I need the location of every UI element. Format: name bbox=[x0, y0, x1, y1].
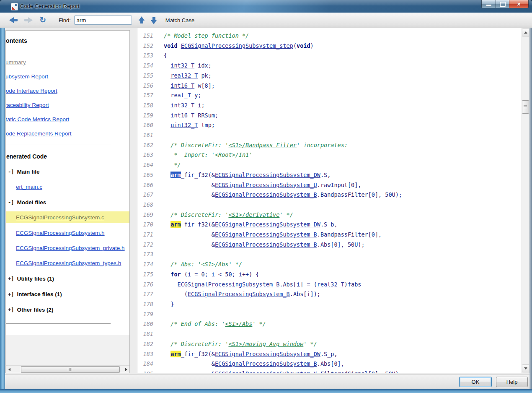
up-triangle-icon bbox=[524, 31, 527, 34]
ok-button[interactable]: OK bbox=[459, 377, 492, 387]
code-hyperlink[interactable]: ECGSignalProcessingSubsystem_B bbox=[215, 231, 317, 238]
line-number: 182 bbox=[137, 339, 153, 349]
back-button[interactable] bbox=[0, 17, 18, 23]
code-token: .rawInput[0], bbox=[317, 182, 362, 188]
close-button[interactable]: × bbox=[509, 0, 529, 8]
down-triangle-icon bbox=[524, 367, 527, 370]
collapse-icon[interactable]: -] bbox=[8, 200, 14, 206]
code-hyperlink[interactable]: <S1>/Abs bbox=[225, 320, 252, 327]
sidebar-horizontal-scrollbar[interactable] bbox=[6, 365, 129, 373]
vertical-scroll-thumb[interactable] bbox=[522, 100, 529, 114]
code-token bbox=[164, 72, 170, 79]
line-number: 175 bbox=[137, 270, 153, 280]
report-app-icon bbox=[11, 3, 18, 10]
file-link[interactable]: ert_main.c bbox=[16, 184, 42, 190]
code-hyperlink[interactable]: ECGSignalProcessingSubsystem_DW bbox=[215, 221, 320, 228]
scroll-left-button[interactable] bbox=[6, 366, 13, 372]
expand-icon[interactable]: +] bbox=[8, 276, 14, 282]
help-button[interactable]: Help bbox=[496, 377, 528, 387]
contents-link[interactable]: Subsystem Report bbox=[6, 73, 129, 80]
code-hyperlink[interactable]: ECGSignalProcessingSubsystem_Y bbox=[215, 370, 317, 373]
code-hyperlink[interactable]: int32_T bbox=[170, 62, 194, 69]
code-token: )fabs bbox=[344, 281, 362, 288]
maximize-button[interactable] bbox=[496, 0, 509, 8]
scroll-right-button[interactable] bbox=[123, 366, 129, 372]
code-hyperlink[interactable]: ECGSignalProcessingSubsystem_B bbox=[215, 191, 317, 198]
code-token: /* DiscreteFir: ' bbox=[164, 142, 228, 148]
contents-link[interactable]: Summary bbox=[6, 59, 129, 65]
code-hyperlink[interactable]: <S1>/moving Avg window bbox=[228, 341, 303, 347]
code-hyperlink[interactable]: int16_T bbox=[170, 82, 194, 89]
code-token: RRSum; bbox=[194, 112, 218, 119]
minimize-button[interactable] bbox=[481, 0, 496, 8]
code-hyperlink[interactable]: ECGSignalProcessingSubsystem_B bbox=[178, 281, 280, 288]
code-token: .Abs[i] = ( bbox=[279, 281, 317, 288]
code-token: ( bbox=[164, 291, 188, 297]
tree-file-row: ECGSignalProcessingSubsystem.c bbox=[6, 211, 129, 223]
file-link[interactable]: ECGSignalProcessingSubsystem_private.h bbox=[16, 245, 125, 251]
code-token bbox=[178, 42, 181, 49]
code-hyperlink[interactable]: <S1>/derivative bbox=[228, 211, 279, 218]
code-token bbox=[164, 351, 170, 357]
code-hyperlink[interactable]: ECGSignalProcessingSubsystem_step bbox=[181, 42, 293, 49]
code-line: 155 real32_T pk; bbox=[137, 71, 522, 81]
code-hyperlink[interactable]: <S1>/Abs bbox=[201, 261, 228, 268]
maximize-icon bbox=[500, 2, 506, 7]
find-previous-button[interactable] bbox=[132, 16, 145, 24]
line-number: 181 bbox=[137, 329, 153, 339]
line-number: 156 bbox=[137, 81, 153, 91]
sidebar-divider bbox=[6, 145, 111, 145]
contents-link[interactable]: Code Interface Report bbox=[6, 88, 129, 94]
code-line: 151/* Model step function */ bbox=[137, 31, 522, 41]
code-vertical-scrollbar[interactable] bbox=[522, 28, 529, 373]
code-hyperlink[interactable]: <S1>/Bandpass Filter bbox=[228, 142, 297, 148]
scroll-down-button[interactable] bbox=[522, 364, 529, 372]
line-number: 157 bbox=[137, 91, 153, 101]
code-hyperlink[interactable]: real32_T bbox=[317, 281, 344, 288]
expand-icon[interactable]: +] bbox=[8, 307, 14, 313]
code-hyperlink[interactable]: ECGSignalProcessingSubsystem_DW bbox=[215, 172, 320, 178]
search-match: arm bbox=[170, 351, 181, 357]
code-hyperlink[interactable]: ECGSignalProcessingSubsystem_B bbox=[215, 360, 317, 367]
match-case-label[interactable]: Match Case bbox=[165, 17, 194, 23]
line-number: 170 bbox=[137, 220, 153, 230]
code-hyperlink[interactable]: ECGSignalProcessingSubsystem_B bbox=[215, 241, 317, 248]
contents-link[interactable]: Static Code Metrics Report bbox=[6, 116, 129, 122]
find-next-button[interactable] bbox=[145, 16, 157, 24]
refresh-button[interactable]: ↻ bbox=[33, 16, 46, 24]
code-hyperlink[interactable]: ECGSignalProcessingSubsystem_B bbox=[188, 291, 290, 297]
tree-file-row: ECGSignalProcessingSubsystem.h bbox=[6, 229, 129, 237]
code-hyperlink[interactable]: ECGSignalProcessingSubsystem_U bbox=[215, 182, 317, 188]
find-input[interactable] bbox=[74, 16, 132, 25]
file-link[interactable]: ECGSignalProcessingSubsystem_types.h bbox=[16, 260, 121, 266]
code-line: 153{ bbox=[137, 51, 522, 61]
code-hyperlink[interactable]: int16_T bbox=[170, 112, 194, 119]
collapse-icon[interactable]: -] bbox=[8, 169, 14, 175]
scroll-up-button[interactable] bbox=[522, 29, 529, 36]
line-number: 174 bbox=[137, 260, 153, 270]
code-token: .S_b, bbox=[320, 221, 338, 228]
forward-button[interactable] bbox=[18, 17, 33, 23]
code-hyperlink[interactable]: int32_T bbox=[170, 102, 194, 109]
code-token bbox=[164, 271, 170, 278]
code-line: 185 &ECGSignalProcessingSubsystem_Y.Filt… bbox=[137, 369, 522, 373]
code-generation-report-window: Code Generation Report × ↻ Find: Match C… bbox=[0, 0, 532, 393]
line-number: 165 bbox=[137, 170, 153, 180]
line-number: 154 bbox=[137, 61, 153, 71]
left-triangle-icon bbox=[8, 368, 10, 371]
code-hyperlink[interactable]: real32_T bbox=[170, 72, 198, 79]
right-triangle-icon bbox=[125, 368, 127, 371]
code-token: _fir_f32(& bbox=[181, 351, 215, 357]
code-hyperlink[interactable]: ECGSignalProcessingSubsystem_DW bbox=[215, 351, 320, 357]
code-token: .Abs[0], 50U); bbox=[317, 241, 365, 248]
line-number: 159 bbox=[137, 111, 153, 121]
horizontal-scroll-thumb[interactable] bbox=[21, 366, 120, 373]
contents-link[interactable]: Code Replacements Report bbox=[6, 130, 129, 137]
code-hyperlink[interactable]: real_T bbox=[170, 92, 191, 99]
expand-icon[interactable]: +] bbox=[8, 291, 14, 297]
sidebar-viewport: Contents SummarySubsystem ReportCode Int… bbox=[6, 31, 129, 366]
code-hyperlink[interactable]: uint32_T bbox=[170, 122, 198, 128]
file-link[interactable]: ECGSignalProcessingSubsystem.h bbox=[16, 230, 105, 236]
file-link[interactable]: ECGSignalProcessingSubsystem.c bbox=[16, 214, 104, 221]
contents-link[interactable]: Traceability Report bbox=[6, 102, 129, 108]
